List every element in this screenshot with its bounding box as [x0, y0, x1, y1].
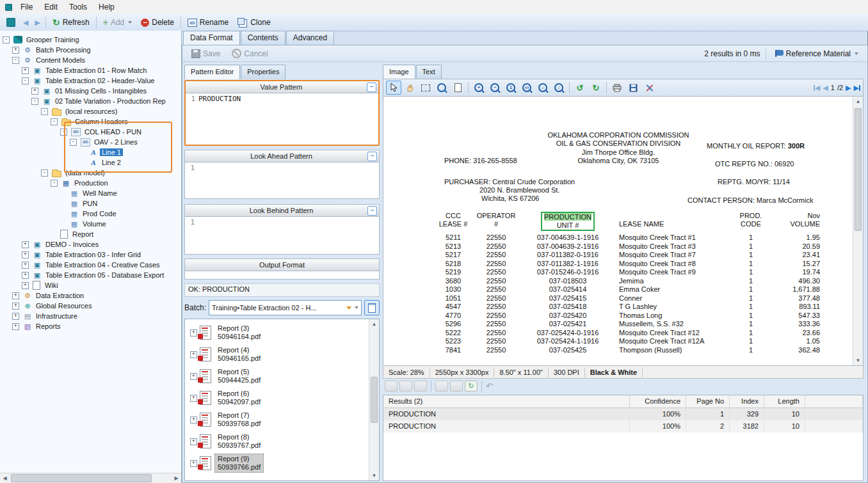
scroll-right-button[interactable]: ▶	[172, 473, 181, 483]
column-page-no[interactable]: Page No	[686, 395, 730, 408]
tree-item-batch-processing[interactable]: +⚙Batch Processing	[0, 45, 181, 55]
page-number[interactable]: 1	[831, 84, 835, 91]
home-button[interactable]	[3, 17, 19, 28]
tree-item-02-table-variation-production-rep[interactable]: -▣02 Table Variation - Production Rep	[0, 96, 181, 106]
scroll-up-button[interactable]: ▲	[853, 97, 863, 106]
cancel-button[interactable]: Cancel	[228, 47, 271, 59]
collapse-toggle-icon[interactable]: -	[22, 77, 29, 84]
tree-item-01-missing-cells-intangibles[interactable]: +▣01 Missing Cells - Intangibles	[0, 86, 181, 96]
zoom-region-button[interactable]	[434, 81, 449, 95]
tab-text[interactable]: Text	[416, 65, 442, 79]
tree-item-line-2[interactable]: ALine 2	[0, 157, 181, 168]
clone-button[interactable]: Clone	[234, 17, 274, 28]
document-image-view[interactable]: OKLAHOMA CORPORATION COMMISSION OIL & GA…	[383, 96, 864, 366]
previous-page-button[interactable]: ◀	[823, 84, 828, 92]
scroll-left-button[interactable]: ◀	[0, 473, 10, 483]
expand-toggle-icon[interactable]: +	[190, 373, 197, 380]
select-region-button[interactable]	[418, 81, 433, 95]
tree-item-col-head-pun[interactable]: -abCOL HEAD - PUN	[0, 127, 181, 137]
expand-toggle-icon[interactable]: +	[31, 88, 38, 95]
tree-item-data-extraction[interactable]: +⚙Data Extraction	[0, 290, 181, 301]
tree-item-line-1[interactable]: ALine 1	[0, 147, 181, 157]
tree-item-data-model[interactable]: -(data model)	[0, 168, 181, 178]
collapse-icon[interactable]: −	[367, 83, 376, 92]
zoom-height-button[interactable]: ↕	[551, 81, 567, 95]
collapse-toggle-icon[interactable]: -	[51, 118, 58, 125]
tree-item-oav-2-lines[interactable]: -abOAV - 2 Lines	[0, 137, 181, 147]
tree-horizontal-scrollbar[interactable]: ◀ ▶	[0, 473, 181, 483]
collapse-toggle-icon[interactable]: -	[41, 170, 48, 177]
expand-toggle-icon[interactable]: +	[12, 313, 19, 320]
collapse-toggle-icon[interactable]: -	[60, 129, 67, 136]
menu-item-help[interactable]: Help	[93, 1, 120, 13]
tree-item-prod-code[interactable]: ▦Prod Code	[0, 209, 181, 219]
expand-toggle-icon[interactable]: +	[22, 241, 29, 248]
image-tools-button[interactable]	[641, 81, 657, 95]
tree-item-column-headers[interactable]: -Column Headers	[0, 116, 181, 127]
back-button[interactable]: ◀	[20, 17, 31, 28]
zoom-out-button[interactable]: −	[487, 81, 502, 95]
batch-item-report-6[interactable]: +Report (6)50942097.pdf	[185, 387, 369, 409]
batch-vertical-scrollbar[interactable]: ▲ ▼	[369, 319, 379, 480]
look-ahead-editor[interactable]: 1	[184, 162, 380, 199]
look-ahead-text[interactable]	[197, 162, 199, 198]
save-button[interactable]: Save	[188, 48, 224, 59]
expand-toggle-icon[interactable]: +	[22, 251, 29, 258]
scroll-thumb[interactable]	[855, 108, 862, 231]
expand-toggle-icon[interactable]: +	[22, 282, 29, 289]
reference-material-button[interactable]: Reference Material	[771, 48, 862, 59]
tree-item-table-extraction-03-infer-grid[interactable]: +▣Table Extraction 03 - Infer Grid	[0, 249, 181, 260]
collapse-toggle-icon[interactable]: -	[12, 57, 19, 64]
batch-combo[interactable]: Training•Table Extraction 02 - H...	[209, 300, 362, 315]
batch-item-report-4[interactable]: +Report (4)50946165.pdf	[185, 344, 369, 365]
scroll-thumb[interactable]	[371, 377, 378, 423]
tab-properties[interactable]: Properties	[241, 65, 285, 79]
expand-toggle-icon[interactable]: +	[22, 67, 29, 74]
collapse-toggle-icon[interactable]: -	[70, 139, 77, 146]
collapse-toggle-icon[interactable]: -	[3, 36, 10, 44]
tree-item-well-name[interactable]: ▦Well Name	[0, 188, 181, 198]
batch-item-report-7[interactable]: +Report (7)50939768.pdf	[185, 409, 369, 431]
zoom-fit-button[interactable]: ▭	[519, 81, 534, 95]
expand-toggle-icon[interactable]: +	[190, 460, 197, 467]
collapse-icon[interactable]: −	[367, 206, 377, 216]
tree-item-local-resources[interactable]: -(local resources)	[0, 106, 181, 116]
column-length[interactable]: Length	[764, 395, 805, 408]
zoom-width-button[interactable]: ↔	[535, 81, 551, 95]
batch-item-report-8[interactable]: +Report (8)50939767.pdf	[185, 431, 369, 452]
refresh-button[interactable]: ↻ Refresh	[49, 17, 93, 28]
tree-item-wiki[interactable]: +Wiki	[0, 280, 181, 290]
column-index[interactable]: Index	[730, 395, 764, 408]
tree-item-table-extraction-05-database-export[interactable]: +▣Table Extraction 05 - Database Export	[0, 270, 181, 280]
rename-button[interactable]: ab Rename	[184, 17, 232, 28]
tree-item-global-resources[interactable]: +⊕Global Resources	[0, 301, 181, 311]
save-image-button[interactable]	[625, 81, 641, 95]
expand-toggle-icon[interactable]: +	[190, 395, 197, 402]
open-batch-button[interactable]	[364, 300, 380, 315]
expand-toggle-icon[interactable]: +	[190, 416, 197, 424]
expand-toggle-icon[interactable]: +	[190, 329, 197, 337]
look-behind-editor[interactable]: 1	[184, 217, 380, 255]
tree-item-demo-invoices[interactable]: +▣DEMO - Invoices	[0, 239, 181, 249]
tree-item-table-extraction-01-row-match[interactable]: +▣Table Extraction 01 - Row Match	[0, 65, 181, 75]
zoom-actual-button[interactable]: 1	[503, 81, 518, 95]
expand-toggle-icon[interactable]: +	[12, 47, 19, 54]
collapse-icon[interactable]: −	[367, 152, 377, 161]
tree-item-reports[interactable]: +▧Reports	[0, 321, 181, 331]
next-page-button[interactable]: ▶	[846, 84, 851, 92]
crop-tool-button[interactable]	[450, 381, 463, 392]
page-preview-button[interactable]	[450, 81, 465, 95]
print-button[interactable]	[609, 81, 625, 95]
tree-item-report[interactable]: Report	[0, 229, 181, 239]
rotate-cw-button[interactable]: ↻	[588, 81, 604, 95]
tree-item-infrastructure[interactable]: +▤Infrastructure	[0, 311, 181, 321]
expand-toggle-icon[interactable]: +	[190, 351, 197, 358]
ip-tool-button-2[interactable]	[399, 381, 412, 392]
rotate-ccw-button[interactable]: ↺	[572, 81, 588, 95]
result-row[interactable]: PRODUCTION100%2318210	[383, 420, 863, 432]
pan-tool-button[interactable]	[402, 81, 417, 95]
expand-toggle-icon[interactable]: +	[22, 272, 29, 279]
ip-tool-button-3[interactable]	[414, 381, 427, 392]
ip-tool-button-1[interactable]	[385, 381, 398, 392]
undo-button[interactable]: ↶	[486, 381, 493, 391]
